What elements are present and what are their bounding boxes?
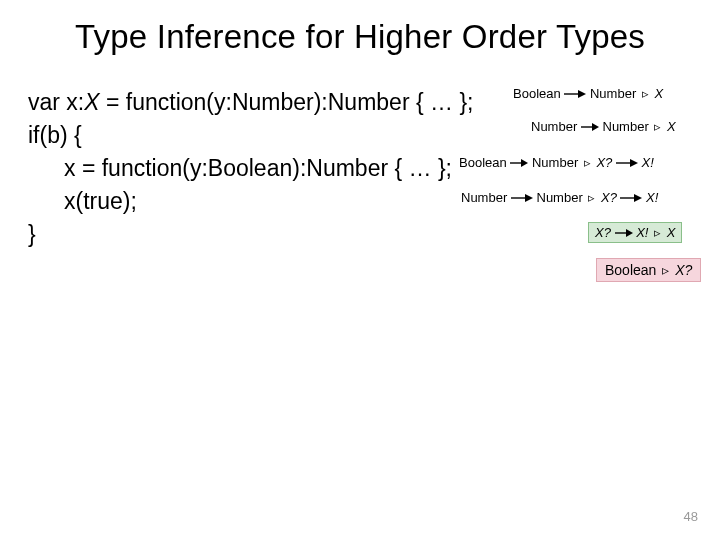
- code-text: = function(y:Number):Number { … };: [100, 89, 474, 115]
- triangle-icon: ▹: [582, 155, 593, 170]
- ann-text: X?: [593, 155, 616, 170]
- ann-text: Number: [461, 190, 507, 205]
- code-text: x(true);: [64, 188, 137, 214]
- svg-marker-9: [525, 194, 533, 202]
- code-line-4: x(true);: [28, 185, 473, 218]
- code-text: var x:: [28, 89, 84, 115]
- highlight-box-error: Boolean ▹ X?: [596, 258, 701, 282]
- ann-text: Number: [537, 190, 587, 205]
- code-text: x = function(y:Boolean):Number { … };: [64, 155, 452, 181]
- ann-text: X!: [642, 155, 654, 170]
- code-line-5: }: [28, 218, 473, 251]
- annotation-1: Boolean Number ▹ X: [513, 86, 663, 101]
- triangle-icon: ▹: [652, 225, 663, 240]
- arrow-icon: [511, 193, 533, 203]
- arrow-icon: [615, 228, 633, 238]
- ann-text: X?: [671, 262, 692, 278]
- annotation-5: X? X! ▹ X: [588, 225, 682, 240]
- arrow-icon: [616, 158, 638, 168]
- triangle-icon: ▹: [652, 119, 663, 134]
- arrow-icon: [581, 122, 599, 132]
- ann-text: Boolean: [459, 155, 507, 170]
- ann-text: Number: [531, 119, 577, 134]
- svg-marker-7: [630, 159, 638, 167]
- ann-text: Number: [603, 119, 653, 134]
- ann-text: X!: [646, 190, 658, 205]
- code-block: var x:X = function(y:Number):Number { … …: [28, 86, 473, 251]
- code-type-var: X: [84, 89, 99, 115]
- arrow-icon: [620, 193, 642, 203]
- triangle-icon: ▹: [660, 263, 671, 278]
- ann-text: X: [663, 225, 675, 240]
- triangle-icon: ▹: [586, 190, 597, 205]
- arrow-icon: [510, 158, 528, 168]
- code-line-3: x = function(y:Boolean):Number { … };: [28, 152, 473, 185]
- annotation-4: Number Number ▹ X? X!: [461, 190, 658, 205]
- ann-text: Number: [532, 155, 582, 170]
- ann-text: Boolean: [605, 262, 660, 278]
- svg-marker-13: [626, 229, 633, 237]
- ann-text: Boolean: [513, 86, 561, 101]
- ann-text: X: [663, 119, 675, 134]
- page-number: 48: [684, 509, 698, 524]
- code-line-2: if(b) {: [28, 119, 473, 152]
- ann-text: X?: [595, 225, 615, 240]
- ann-text: Number: [590, 86, 640, 101]
- ann-text: X!: [636, 225, 652, 240]
- annotation-2: Number Number ▹ X: [531, 119, 676, 134]
- annotation-3: Boolean Number ▹ X? X!: [459, 155, 654, 170]
- arrow-icon: [564, 89, 586, 99]
- code-line-1: var x:X = function(y:Number):Number { … …: [28, 86, 473, 119]
- highlight-box-valid: X? X! ▹ X: [588, 222, 682, 243]
- slide-title: Type Inference for Higher Order Types: [0, 18, 720, 56]
- svg-marker-3: [592, 123, 599, 131]
- svg-marker-11: [634, 194, 642, 202]
- ann-text: X?: [597, 190, 620, 205]
- triangle-icon: ▹: [640, 86, 651, 101]
- annotation-6: Boolean ▹ X?: [596, 263, 701, 278]
- svg-marker-5: [521, 159, 528, 167]
- svg-marker-1: [578, 90, 586, 98]
- ann-text: X: [651, 86, 663, 101]
